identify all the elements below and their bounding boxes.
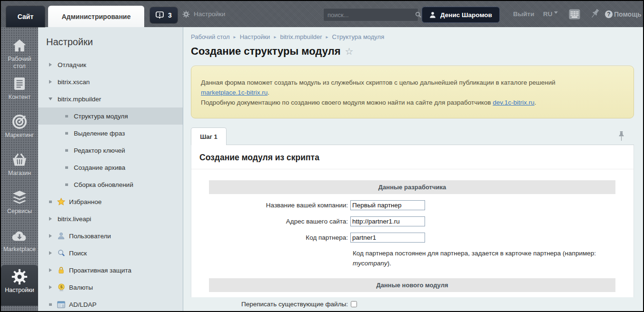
- sidebar-item-bitrix-mpbuilder[interactable]: bitrix.mpbuilder: [38, 90, 183, 107]
- leftnav-item-services[interactable]: Сервисы: [1, 186, 38, 224]
- leftnav-label: Сервисы: [6, 208, 33, 215]
- favorite-star-icon[interactable]: ☆: [345, 46, 353, 57]
- bullet-icon: [65, 149, 68, 152]
- language-code: RU: [543, 10, 553, 18]
- breadcrumb-mpbuilder[interactable]: bitrix.mpbuilder: [280, 33, 322, 40]
- chevron-right-icon: [49, 234, 52, 238]
- leftnav-item-marketing[interactable]: Маркетинг: [1, 110, 38, 148]
- partner-code-label: Код партнера:: [191, 234, 350, 241]
- leftnav-item-marketplace[interactable]: Marketplace: [1, 224, 38, 262]
- window-icon: [57, 301, 65, 309]
- document-icon: [14, 76, 25, 92]
- bullet-icon: [49, 303, 52, 306]
- breadcrumb: Рабочий стол ▸ Настройки ▸ bitrix.mpbuil…: [191, 33, 643, 40]
- topbar-search: [323, 8, 418, 21]
- sidebar-item-favorites[interactable]: Избранное: [38, 193, 183, 210]
- breadcrumb-separator-icon: ▸: [274, 34, 276, 39]
- chevron-right-icon: [49, 217, 52, 221]
- sidebar-item-module-structure[interactable]: Структура модуля: [38, 107, 183, 125]
- partner-code-input[interactable]: [350, 233, 425, 243]
- settings-sidebar: Настройки Отладчик bitrix.xscan bitrix.m…: [38, 27, 183, 311]
- sidebar-item-currencies[interactable]: $ Валюты: [38, 279, 183, 296]
- search-icon: [57, 249, 65, 257]
- bullet-icon: [49, 200, 52, 203]
- leftnav-item-content[interactable]: Контент: [1, 72, 38, 110]
- search-icon[interactable]: [415, 11, 422, 18]
- basket-icon: [12, 152, 27, 168]
- bullet-icon: [65, 132, 68, 135]
- user-menu-button[interactable]: Денис Шаромов: [422, 7, 500, 23]
- breadcrumb-settings[interactable]: Настройки: [240, 33, 270, 40]
- form-row-partner-code: Код партнера:: [191, 233, 634, 243]
- infobox-line2: Подробную документацию по созданию своег…: [201, 99, 491, 106]
- chevron-right-icon: [49, 63, 52, 67]
- leftnav-item-shop[interactable]: Магазин: [1, 148, 38, 186]
- example-code: mycompany: [353, 260, 387, 267]
- pin-icon[interactable]: [589, 8, 601, 20]
- sidebar-item-bitrix-xscan[interactable]: bitrix.xscan: [38, 73, 183, 90]
- info-badge-icon: [156, 11, 164, 20]
- topbar-settings-button[interactable]: Настройки: [182, 1, 225, 27]
- target-icon: [12, 114, 27, 130]
- tab-step-1[interactable]: Шаг 1: [191, 127, 227, 145]
- layers-icon: [12, 190, 27, 206]
- infobox-line1: Данная форма поможет создать модуль из с…: [201, 79, 555, 86]
- info-box: Данная форма поможет создать модуль из с…: [191, 66, 634, 118]
- bullet-icon: [65, 115, 68, 117]
- search-input[interactable]: [324, 11, 415, 19]
- site-url-input[interactable]: [350, 216, 425, 226]
- company-name-input[interactable]: [350, 200, 425, 210]
- sidebar-item-users[interactable]: Пользователи: [38, 227, 183, 244]
- sidebar-item-phrase-selection[interactable]: Выделение фраз: [38, 125, 183, 142]
- tab-site[interactable]: Сайт: [6, 6, 45, 27]
- sidebar-item-proactive-protection[interactable]: Проактивная защита: [38, 262, 183, 279]
- overwrite-files-checkbox[interactable]: [351, 301, 357, 307]
- notifications-button[interactable]: 3: [150, 7, 178, 23]
- overwrite-files-label: Переписать существующие файлы:: [191, 301, 350, 308]
- chevron-down-icon: [49, 98, 52, 100]
- form-row-company: Название вашей компании:: [191, 200, 634, 210]
- leftnav-item-settings[interactable]: Настройки: [1, 265, 38, 306]
- tab-administration[interactable]: Администрирование: [48, 6, 144, 27]
- sidebar-item-debugger[interactable]: Отладчик: [38, 56, 183, 73]
- leftnav-label: Маркетинг: [4, 132, 35, 139]
- leftnav-label: Рабочий стол: [1, 56, 38, 70]
- marketplace-link[interactable]: marketplace.1c-bitrix.ru: [201, 89, 268, 96]
- pin-icon[interactable]: [618, 131, 624, 141]
- breadcrumb-module-structure[interactable]: Структура модуля: [332, 33, 385, 40]
- sidebar-item-search[interactable]: Поиск: [38, 244, 183, 262]
- sidebar-item-key-editor[interactable]: Редактор ключей: [38, 142, 183, 159]
- main-content: Рабочий стол ▸ Настройки ▸ bitrix.mpbuil…: [183, 27, 643, 311]
- bullet-icon: [65, 166, 68, 169]
- language-selector[interactable]: RU: [543, 1, 558, 27]
- leftnav-item-desktop[interactable]: Рабочий стол: [1, 34, 38, 72]
- sidebar-item-bitrix-liveapi[interactable]: bitrix.liveapi: [38, 210, 183, 227]
- breadcrumb-desktop[interactable]: Рабочий стол: [191, 33, 230, 40]
- section-new-module-data: Данные нового модуля: [209, 278, 615, 292]
- lock-icon: [57, 266, 65, 274]
- dev-docs-link[interactable]: dev.1c-bitrix.ru: [493, 99, 535, 106]
- form-row-overwrite: Переписать существующие файлы:: [191, 301, 634, 308]
- gear-icon: [182, 10, 190, 18]
- keyboard-icon[interactable]: [569, 9, 580, 20]
- chevron-right-icon: [49, 251, 52, 255]
- user-name: Денис Шаромов: [440, 11, 492, 19]
- form-title: Создание модуля из скрипта: [191, 145, 634, 169]
- sidebar-item-create-archive[interactable]: Создание архива: [38, 159, 183, 176]
- sidebar-item-ad-ldap[interactable]: AD/LDAP: [38, 296, 183, 311]
- section-developer-data: Данные разработчика: [209, 180, 615, 194]
- help-button[interactable]: ? Помощь: [604, 1, 642, 27]
- leftnav-label: Магазин: [7, 170, 32, 177]
- form-row-site-url: Адрес вашего сайта:: [191, 216, 634, 226]
- svg-text:$: $: [60, 284, 62, 289]
- sidebar-item-build-updates[interactable]: Сборка обновлений: [38, 176, 183, 193]
- bullet-icon: [65, 183, 68, 186]
- user-icon: [57, 232, 65, 240]
- logout-link[interactable]: Выйти: [513, 1, 535, 27]
- page-title: Создание структуры модуля: [191, 45, 340, 58]
- site-url-label: Адрес вашего сайта:: [191, 218, 350, 225]
- gear-icon: [11, 269, 28, 285]
- partner-code-note: Код партнера постоянен для партнера, зад…: [353, 248, 627, 268]
- sidebar-title: Настройки: [46, 37, 183, 48]
- left-nav-rail: Рабочий стол Контент: [1, 27, 38, 311]
